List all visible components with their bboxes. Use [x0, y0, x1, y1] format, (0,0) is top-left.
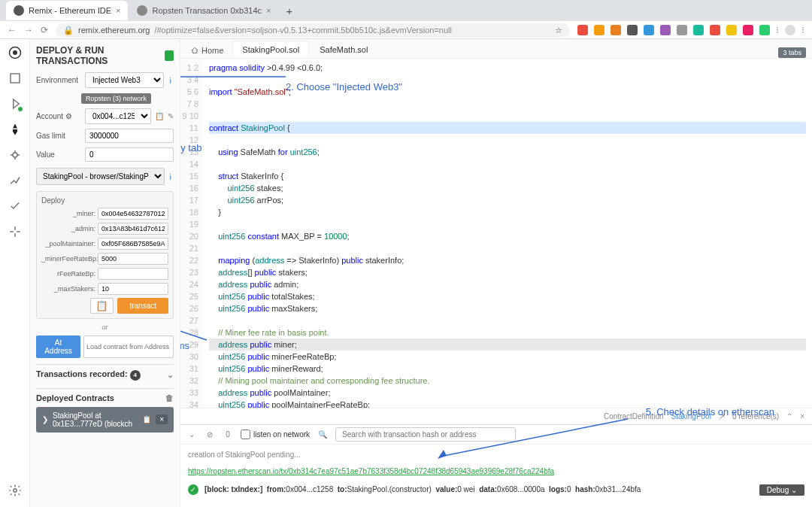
deployed-contract-item[interactable]: ❯ StakingPool at 0x1E3...777eD (blockch … — [36, 407, 174, 433]
ext-icon[interactable] — [644, 25, 654, 35]
edit-icon[interactable]: ✎ — [168, 112, 174, 120]
ext-icon[interactable] — [693, 25, 704, 35]
admin-input[interactable] — [98, 223, 168, 235]
miner-input[interactable] — [98, 208, 168, 220]
term-line: creation of StakingPool pending... — [188, 449, 804, 461]
terminal-body[interactable]: creation of StakingPool pending... https… — [180, 445, 812, 500]
success-dot — [17, 106, 23, 112]
file-explorer-icon[interactable] — [8, 71, 23, 86]
account-label: Account ⚙ — [36, 112, 81, 120]
poolfee-input[interactable] — [98, 268, 168, 280]
info-icon[interactable]: i — [168, 172, 174, 181]
debug-icon[interactable] — [8, 147, 23, 162]
more-icon[interactable]: ⁝ — [801, 25, 804, 35]
tab-title: Remix - Ethereum IDE — [29, 6, 111, 15]
svg-point-4 — [13, 489, 17, 493]
browser-tab-2[interactable]: Ropsten Transaction 0xb314c × — [129, 1, 278, 20]
close-icon[interactable]: × — [116, 6, 120, 15]
chevron-up-icon[interactable]: ⌃ — [786, 412, 792, 420]
browser-tab-active[interactable]: Remix - Ethereum IDE × — [6, 1, 128, 20]
star-icon[interactable]: ☆ — [555, 26, 562, 35]
address-input[interactable] — [83, 335, 174, 358]
line-gutter: 1 2 3 4 5 6 7 8 9 10 11 12 13 14 15 16 1… — [180, 59, 203, 408]
new-tab-button[interactable]: + — [280, 5, 298, 17]
back-button[interactable]: ← — [8, 25, 17, 35]
plugin-icon[interactable] — [8, 224, 23, 239]
compile-icon[interactable] — [8, 96, 23, 111]
remix-favicon — [14, 5, 24, 16]
tx-count-badge: 4 — [130, 370, 141, 381]
ext-icon[interactable] — [660, 25, 671, 35]
ext-icon[interactable] — [627, 25, 638, 35]
code-editor[interactable]: 1 2 3 4 5 6 7 8 9 10 11 12 13 14 15 16 1… — [180, 59, 812, 408]
close-icon[interactable]: × — [800, 412, 804, 420]
extensions: ⁝ ⁝ — [577, 25, 804, 35]
definition-name: StakingPool — [671, 412, 711, 420]
terminal-search[interactable] — [335, 427, 516, 442]
network-badge: Ropsten (3) network — [81, 93, 151, 104]
settings-icon[interactable] — [8, 483, 23, 498]
copy-icon[interactable]: 📋 — [142, 415, 151, 424]
etherscan-link[interactable]: https://ropsten.etherscan.io/tx/0xb314c7… — [188, 467, 554, 475]
file-tab-active[interactable]: StakingPool.sol — [232, 41, 309, 58]
ext-icon[interactable] — [710, 25, 720, 35]
toggle-icon[interactable]: ⌄ — [186, 430, 197, 440]
pending-icon: 0 — [223, 430, 233, 440]
code-body[interactable]: pragma solidity >0.4.99 <0.6.0; import "… — [203, 59, 812, 408]
clear-icon[interactable]: ⊘ — [205, 430, 215, 440]
svg-point-1 — [13, 50, 17, 55]
svg-rect-2 — [11, 74, 20, 83]
env-select[interactable]: Injected Web3 — [85, 72, 164, 88]
close-icon[interactable]: × — [156, 414, 168, 424]
url-input[interactable]: 🔒 remix.ethereum.org/#optimize=false&ver… — [56, 23, 570, 38]
ext-icon[interactable] — [577, 25, 588, 35]
deploy-form: Deploy _miner: _admin: _poolMaintainer: … — [36, 191, 174, 319]
ext-icon[interactable] — [726, 25, 737, 35]
listen-checkbox[interactable] — [241, 430, 250, 439]
logo-icon[interactable] — [8, 45, 23, 60]
info-icon[interactable]: i — [168, 76, 174, 85]
ext-icon[interactable] — [677, 25, 687, 35]
debug-button[interactable]: Debug ⌄ — [759, 484, 804, 496]
analysis-icon[interactable] — [8, 173, 23, 188]
minerfee-input[interactable] — [98, 253, 168, 265]
menu-icon[interactable]: ⁝ — [776, 25, 779, 35]
gas-input[interactable] — [85, 129, 174, 143]
copy-button[interactable]: 📋 — [90, 298, 114, 314]
profile-icon[interactable] — [785, 25, 795, 35]
status-bar: ContractDefinition StakingPool ↗ 0 refer… — [180, 408, 812, 424]
close-icon[interactable]: × — [266, 6, 271, 15]
terminal: ⌄ ⊘ 0 listen on network 🔍 creation of St… — [180, 424, 812, 507]
value-label: Value — [36, 150, 81, 159]
home-tab[interactable]: Home — [183, 43, 231, 58]
value-input[interactable] — [85, 147, 174, 162]
success-icon: ✓ — [188, 484, 198, 495]
contract-select[interactable]: StakingPool - browser/StakingPool.s — [36, 168, 165, 185]
ext-icon[interactable] — [743, 25, 753, 35]
copy-icon[interactable]: 📋 — [155, 112, 164, 120]
tx-log: ✓ [block: txIndex:] from:0x004...c1258 t… — [188, 484, 804, 496]
url-path: /#optimize=false&version=soljson-v0.5.13… — [154, 26, 452, 35]
tag-icon — [165, 50, 174, 61]
transact-button[interactable]: transact — [117, 298, 168, 314]
poolmaintainer-input[interactable] — [98, 238, 168, 250]
forward-button[interactable]: → — [24, 25, 33, 35]
account-select[interactable]: 0x004...c1258 (1.14232 — [85, 108, 151, 124]
maxstakers-input[interactable] — [98, 283, 168, 295]
test-icon[interactable] — [8, 199, 23, 214]
file-tab[interactable]: SafeMath.sol — [311, 41, 377, 58]
at-address-button[interactable]: At Address — [36, 335, 80, 358]
references: 0 reference(s) — [732, 412, 779, 420]
search-icon[interactable]: 🔍 — [317, 430, 328, 440]
deploy-tab-icon[interactable] — [8, 122, 23, 137]
ext-icon[interactable] — [759, 25, 770, 35]
env-label: Environment — [36, 76, 81, 84]
reload-button[interactable]: ⟳ — [41, 25, 48, 35]
etherscan-favicon — [137, 5, 147, 16]
ext-icon[interactable] — [611, 25, 621, 35]
chevron-down-icon[interactable]: ⌄ — [167, 370, 174, 380]
link-icon[interactable]: ↗ — [719, 412, 725, 420]
trash-icon[interactable]: 🗑 — [165, 393, 174, 402]
ext-icon[interactable] — [594, 25, 604, 35]
tab-count-badge: 3 tabs — [778, 47, 806, 58]
